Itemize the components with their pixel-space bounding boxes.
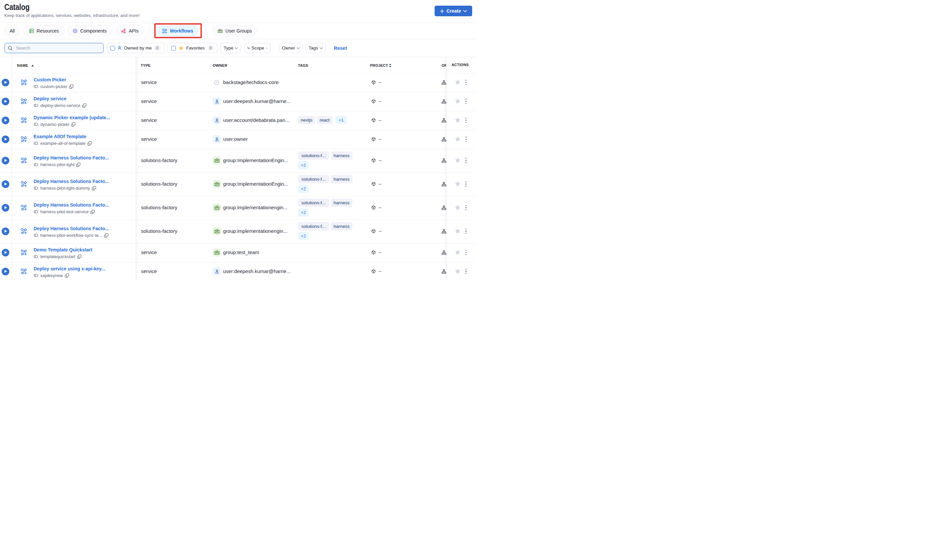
svg-text:?: ? <box>216 81 218 84</box>
